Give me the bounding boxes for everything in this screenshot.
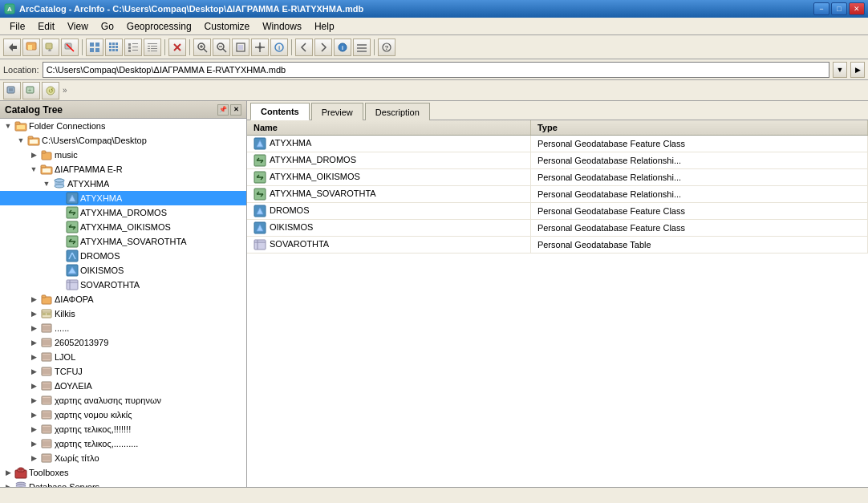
tree-body: ▼ Folder Connections ▼ C:\Users\Compaq\D… (0, 119, 246, 487)
svg-rect-13 (116, 43, 118, 45)
toggle-desktop[interactable]: ▼ (14, 134, 27, 147)
toggle-diagrama[interactable]: ▼ (27, 163, 40, 176)
tb-pan[interactable] (251, 39, 269, 56)
tb-list[interactable] (124, 39, 142, 56)
tree-item-folder-connections[interactable]: ▼ Folder Connections (0, 119, 246, 133)
menu-file[interactable]: File (3, 19, 31, 34)
toggle-music[interactable]: ▶ (27, 148, 40, 161)
tb-delete[interactable] (168, 39, 186, 56)
tab-contents[interactable]: Contents (250, 103, 310, 120)
tb-catalog-3[interactable]: ↺ (42, 82, 59, 99)
toolboxes-icon (14, 466, 27, 479)
db-servers-icon (14, 481, 27, 487)
svg-rect-107 (43, 355, 51, 359)
menu-go[interactable]: Go (95, 19, 120, 34)
table-row[interactable]: OIKISMOS Personal Geodatabase Feature Cl… (247, 220, 868, 237)
svg-line-40 (223, 49, 226, 52)
tree-item-desktop[interactable]: ▼ C:\Users\Compaq\Desktop (0, 133, 246, 148)
tb-zoom-in[interactable] (193, 39, 211, 56)
tree-item-music[interactable]: ▶ music (0, 148, 246, 162)
tb-back[interactable] (3, 39, 21, 56)
tree-item-atyxhma-fc[interactable]: ΑΤΥΧΗΜΑ (0, 191, 246, 205)
toggle-atyxhma-db[interactable]: ▼ (40, 177, 53, 190)
tb-help[interactable]: ? (378, 39, 395, 56)
xarthstelikos2-icon (40, 437, 53, 450)
tree-item-oikismos[interactable]: OIKISMOS (0, 263, 246, 278)
location-go-btn[interactable]: ▶ (850, 62, 865, 78)
tb-connect[interactable] (42, 39, 59, 56)
tb-identify[interactable]: i (270, 39, 288, 56)
toggle-folder-connections[interactable]: ▼ (2, 120, 14, 132)
label-tcfuj: TCFUJ (55, 367, 83, 376)
tree-item-26052013979[interactable]: ▶ 26052013979 (0, 335, 246, 350)
tree-item-xarthstelikos1[interactable]: ▶ χαρτης τελικος,!!!!!!! (0, 422, 246, 436)
tree-item-xarthsnomos[interactable]: ▶ χαρτης νομου κιλκίς (0, 408, 246, 422)
tb-zoom-full[interactable] (232, 39, 249, 56)
tb-zoom-out[interactable] (213, 39, 230, 56)
table-row[interactable]: ΑΤΥΧΗΜΑ Personal Geodatabase Feature Cla… (247, 136, 868, 152)
xarthstelikos1-icon (40, 423, 53, 436)
tree-pin-btn[interactable]: 📌 (217, 104, 229, 116)
menu-help[interactable]: Help (308, 19, 341, 34)
tb-options[interactable] (353, 39, 371, 56)
tree-item-doulia[interactable]: ▶ ΔΟΥΛΕΙΑ (0, 379, 246, 393)
tree-item-toolboxes[interactable]: ▶ Toolboxes (0, 465, 246, 480)
toggle-toolboxes[interactable]: ▶ (2, 466, 14, 479)
dromos-icon (66, 249, 79, 262)
toggle-db-servers[interactable]: ▶ (2, 481, 14, 487)
tree-item-xarthspyr[interactable]: ▶ χαρτης αναλυσης πυρηνων (0, 393, 246, 408)
menu-view[interactable]: View (61, 19, 95, 34)
menu-edit[interactable]: Edit (31, 19, 61, 34)
tree-item-diafora[interactable]: ▶ ΔΙΑΦΟΡΑ (0, 292, 246, 306)
menu-windows[interactable]: Windows (256, 19, 308, 34)
label-ljol: LJOL (55, 352, 75, 362)
tb-disconnect[interactable] (61, 39, 79, 56)
svg-rect-28 (151, 46, 157, 47)
location-dropdown-btn[interactable]: ▼ (833, 62, 847, 78)
maximize-button[interactable]: □ (831, 2, 847, 15)
tree-item-db-servers[interactable]: ▶ Database Servers (0, 480, 246, 487)
tb-back-nav[interactable] (295, 39, 313, 56)
menu-customize[interactable]: Customize (198, 19, 257, 34)
tb-details[interactable] (144, 39, 161, 56)
menu-geoprocessing[interactable]: Geoprocessing (120, 19, 198, 34)
minimize-button[interactable]: − (813, 2, 829, 15)
tb-forward-nav[interactable] (314, 39, 332, 56)
cell-type: Personal Geodatabase Relationshi... (530, 186, 867, 203)
table-row[interactable]: ΑΤΥΧΗΜΑ_SOVAROTHTA Personal Geodatabase … (247, 186, 868, 203)
tree-item-ljol[interactable]: ▶ LJOL (0, 350, 246, 364)
tree-item-atyxhma-sovarothta[interactable]: ΑΤΥΧΗΜΑ_SOVAROTHTA (0, 234, 246, 249)
svg-rect-109 (43, 369, 51, 374)
tree-item-diagrama[interactable]: ▼ ΔΙΑΓΡΑΜΜΑ E-R (0, 162, 246, 176)
music-icon (40, 148, 53, 161)
tree-item-sovarothta[interactable]: SOVAROTHTA (0, 278, 246, 292)
tb-info[interactable]: i (334, 39, 351, 56)
tree-item-atyxhma-db[interactable]: ▼ ΑΤΥΧΗΜΑ (0, 176, 246, 191)
tb-up[interactable] (22, 39, 40, 56)
location-input[interactable] (43, 62, 829, 78)
table-row[interactable]: ΑΤΥΧΗΜΑ_OIKISMOS Personal Geodatabase Re… (247, 169, 868, 186)
svg-rect-50 (357, 47, 367, 49)
svg-rect-17 (109, 49, 112, 51)
tab-description[interactable]: Description (365, 103, 430, 120)
tb-catalog-1[interactable] (3, 82, 21, 99)
table-row[interactable]: DROMOS Personal Geodatabase Feature Clas… (247, 203, 868, 220)
tb-catalog-2[interactable]: + (22, 82, 40, 99)
tree-item-atyxhma-dromos[interactable]: ΑΤΥΧΗΜΑ_DROMOS (0, 205, 246, 220)
tree-item-kilkis[interactable]: ▶ Kilkis (0, 306, 246, 321)
tb-small-icons[interactable] (105, 39, 123, 56)
tree-item-tcfuj[interactable]: ▶ TCFUJ (0, 364, 246, 379)
table-row[interactable]: ΑΤΥΧΗΜΑ_DROMOS Personal Geodatabase Rela… (247, 152, 868, 169)
tree-item-atyxhma-oikismos[interactable]: ΑΤΥΧΗΜΑ_OIKISMOS (0, 220, 246, 234)
tree-item-dromos[interactable]: DROMOS (0, 249, 246, 263)
tree-item-xarthstelikos2[interactable]: ▶ χαρτης τελικος,.......... (0, 436, 246, 451)
tree-item-xoristit[interactable]: ▶ Χωρίς τίτλο (0, 451, 246, 465)
tb-large-icons[interactable] (86, 39, 103, 56)
tree-item-dotdot[interactable]: ▶ ...... (0, 321, 246, 335)
svg-rect-20 (128, 43, 131, 46)
tab-preview[interactable]: Preview (311, 103, 363, 120)
table-row[interactable]: SOVAROTHTA Personal Geodatabase Table (247, 237, 868, 254)
label-oikismos: OIKISMOS (80, 266, 124, 275)
tree-close-btn[interactable]: ✕ (230, 104, 241, 116)
close-button[interactable]: ✕ (849, 2, 865, 15)
